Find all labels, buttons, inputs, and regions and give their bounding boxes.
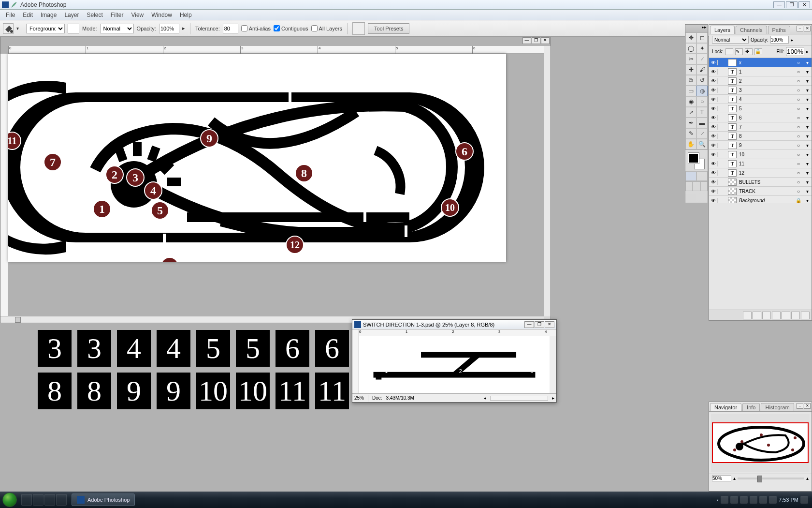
layer-name[interactable]: 11 bbox=[738, 161, 794, 166]
delete-layer-button[interactable] bbox=[801, 312, 810, 319]
ruler-vertical[interactable] bbox=[0, 54, 8, 316]
tray-icon-1[interactable] bbox=[721, 496, 728, 504]
notes-tool[interactable]: ✎ bbox=[685, 128, 696, 139]
layer-name[interactable]: TRACK bbox=[738, 189, 794, 194]
layer-menu-button[interactable]: ○ bbox=[794, 189, 803, 194]
doc3-canvas[interactable]: 1 2 2 3 bbox=[359, 336, 550, 393]
layer-name[interactable]: 7 bbox=[738, 124, 794, 130]
layer-row[interactable]: 👁T4○▾ bbox=[709, 95, 812, 104]
move-tool[interactable]: ✥ bbox=[685, 32, 696, 43]
layer-expand-button[interactable]: ▾ bbox=[803, 97, 812, 102]
doc3-zoom[interactable]: 25% bbox=[354, 395, 364, 401]
layer-expand-button[interactable]: ▾ bbox=[803, 78, 812, 84]
layer-row[interactable]: 👁BULLETS○▾ bbox=[709, 178, 812, 187]
visibility-toggle[interactable]: 👁 bbox=[709, 189, 718, 194]
menu-image[interactable]: Image bbox=[37, 12, 60, 18]
zoom-out-icon[interactable]: ▴ bbox=[733, 476, 736, 481]
slice-tool[interactable]: ⟋ bbox=[696, 54, 708, 64]
nav-close-button[interactable]: ✕ bbox=[804, 403, 811, 409]
layer-menu-button[interactable]: ○ bbox=[794, 179, 803, 185]
tray-icon-3[interactable] bbox=[740, 496, 748, 504]
layer-row[interactable]: 👁TRACK○▾ bbox=[709, 187, 812, 196]
layer-menu-button[interactable]: ○ bbox=[794, 124, 803, 130]
layer-name[interactable]: x bbox=[738, 60, 794, 65]
tools-header[interactable]: ▸▸ bbox=[685, 25, 708, 32]
layer-name[interactable]: 12 bbox=[738, 170, 794, 176]
window-close-button[interactable]: ✕ bbox=[798, 1, 810, 8]
doc3-ruler-vertical[interactable] bbox=[352, 329, 359, 393]
opacity-input[interactable] bbox=[159, 24, 179, 33]
tray-icon-4[interactable] bbox=[750, 496, 757, 504]
visibility-toggle[interactable]: 👁 bbox=[709, 134, 718, 139]
ql-switch-windows[interactable] bbox=[33, 494, 44, 506]
panel-close-button[interactable]: ✕ bbox=[804, 26, 811, 31]
layer-expand-button[interactable]: ▾ bbox=[803, 179, 812, 185]
start-button[interactable] bbox=[0, 492, 19, 508]
layer-expand-button[interactable]: ▾ bbox=[803, 60, 812, 65]
layer-row[interactable]: 👁Background🔒▾ bbox=[709, 196, 812, 203]
menu-select[interactable]: Select bbox=[83, 12, 106, 18]
visibility-toggle[interactable]: 👁 bbox=[709, 179, 718, 185]
layer-row[interactable]: 👁T5○▾ bbox=[709, 104, 812, 113]
paint-bucket-tool[interactable]: ◍ bbox=[696, 86, 708, 96]
brush-preset-icon[interactable] bbox=[352, 22, 365, 35]
tray-icon-2[interactable] bbox=[730, 496, 738, 504]
layer-name[interactable]: 1 bbox=[738, 69, 794, 75]
ruler-horizontal[interactable]: 0123456 bbox=[8, 46, 544, 54]
navigator-zoom-input[interactable] bbox=[712, 475, 731, 481]
layer-row[interactable]: 👁T10○▾ bbox=[709, 150, 812, 159]
layer-name[interactable]: 9 bbox=[738, 143, 794, 148]
layer-menu-button[interactable]: ○ bbox=[794, 60, 803, 65]
layer-fill-input[interactable] bbox=[786, 47, 804, 56]
layer-name[interactable]: Background bbox=[738, 198, 794, 203]
menu-edit[interactable]: Edit bbox=[19, 12, 37, 18]
window-minimize-button[interactable]: — bbox=[773, 1, 785, 8]
menu-layer[interactable]: Layer bbox=[60, 12, 83, 18]
canvas-main[interactable]: 123456789101112X bbox=[8, 54, 506, 262]
quickmask-mode-button[interactable] bbox=[696, 171, 708, 181]
pen-tool[interactable]: ✒ bbox=[685, 118, 696, 128]
layer-menu-button[interactable]: ○ bbox=[794, 134, 803, 139]
tab-paths[interactable]: Paths bbox=[768, 26, 790, 34]
doc3-close-button[interactable]: ✕ bbox=[545, 321, 554, 328]
layer-expand-button[interactable]: ▾ bbox=[803, 106, 812, 111]
ql-show-desktop[interactable] bbox=[21, 494, 32, 506]
color-swatches[interactable] bbox=[685, 149, 708, 171]
stamp-tool[interactable]: ⧉ bbox=[685, 75, 696, 86]
hand-tool[interactable]: ✋ bbox=[685, 139, 696, 149]
crop-tool[interactable]: ✂ bbox=[685, 54, 696, 64]
tray-expand-icon[interactable]: ‹ bbox=[717, 497, 719, 503]
layer-expand-button[interactable]: ▾ bbox=[803, 88, 812, 93]
layer-name[interactable]: 3 bbox=[738, 88, 794, 93]
layer-expand-button[interactable]: ▾ bbox=[803, 124, 812, 130]
layer-blend-select[interactable]: Normal bbox=[712, 36, 749, 44]
visibility-toggle[interactable]: 👁 bbox=[709, 170, 718, 176]
layer-opacity-input[interactable] bbox=[770, 36, 789, 44]
layer-menu-button[interactable]: ○ bbox=[794, 161, 803, 166]
tab-navigator[interactable]: Navigator bbox=[710, 403, 741, 411]
lock-all-button[interactable]: 🔒 bbox=[754, 48, 762, 55]
visibility-toggle[interactable]: 👁 bbox=[709, 115, 718, 120]
doc3-minimize-button[interactable]: — bbox=[524, 321, 534, 328]
ql-ie[interactable] bbox=[44, 494, 55, 506]
doc3-maximize-button[interactable]: ❐ bbox=[535, 321, 544, 328]
layer-menu-button[interactable]: ○ bbox=[794, 88, 803, 93]
fx-button[interactable] bbox=[753, 312, 761, 319]
visibility-toggle[interactable]: 👁 bbox=[709, 88, 718, 93]
tab-layers[interactable]: Layers bbox=[710, 26, 735, 34]
layer-name[interactable]: 8 bbox=[738, 134, 794, 139]
visibility-toggle[interactable]: 👁 bbox=[709, 69, 718, 75]
menu-file[interactable]: File bbox=[2, 12, 19, 18]
eyedropper-tool[interactable]: ⟋ bbox=[696, 128, 708, 139]
layer-row[interactable]: 👁T3○▾ bbox=[709, 86, 812, 95]
doc3-scrollbar[interactable] bbox=[550, 336, 556, 393]
visibility-toggle[interactable]: 👁 bbox=[709, 97, 718, 102]
layer-menu-button[interactable]: ○ bbox=[794, 170, 803, 176]
marquee-tool[interactable]: ◻ bbox=[696, 32, 708, 43]
visibility-toggle[interactable]: 👁 bbox=[709, 161, 718, 166]
layer-row[interactable]: 👁T8○▾ bbox=[709, 132, 812, 141]
dodge-tool[interactable]: ○ bbox=[696, 96, 708, 107]
layer-name[interactable]: 10 bbox=[738, 152, 794, 157]
layer-expand-button[interactable]: ▾ bbox=[803, 69, 812, 75]
tray-network-icon[interactable] bbox=[759, 496, 767, 504]
